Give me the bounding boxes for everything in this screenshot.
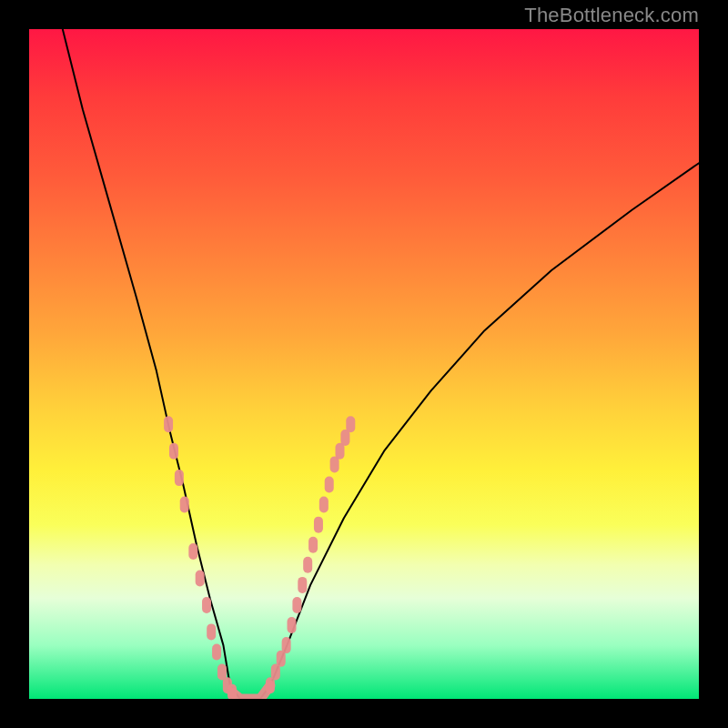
marker-dots-left-dot <box>217 664 227 681</box>
marker-dots-right-dot <box>308 537 318 553</box>
marker-bottom <box>232 685 270 699</box>
marker-dots-right-dot <box>346 416 355 432</box>
marker-dots-right-dot <box>336 443 345 460</box>
marker-dots-left-dot <box>202 597 211 613</box>
marker-dots-right-dot <box>340 430 349 446</box>
marker-dots-right-dot <box>314 517 323 533</box>
marker-dots-right-dot <box>330 456 339 472</box>
marker-dots-right-dot <box>282 637 291 653</box>
marker-dots-left-dot <box>207 623 216 640</box>
chart-frame: TheBottleneck.com <box>0 0 728 728</box>
marker-dots-left-dot <box>188 543 197 560</box>
marker-dots-left-dot <box>196 571 205 587</box>
chart-svg <box>29 29 699 699</box>
marker-dots-right-dot <box>319 497 329 513</box>
marker-dots-left-dot <box>212 643 221 660</box>
bottleneck-curve <box>63 29 699 699</box>
marker-dots-right-dot <box>292 597 301 613</box>
marker-dots-left-dot <box>164 416 173 432</box>
marker-dots-left-dot <box>169 443 178 460</box>
marker-dots-right-dot <box>325 476 334 492</box>
marker-dots-right-dot <box>277 651 286 667</box>
marker-dots-left-dot <box>180 497 189 513</box>
marker-dots-right-dot <box>298 577 307 593</box>
watermark-text: TheBottleneck.com <box>524 4 699 27</box>
marker-dots-right-dot <box>303 557 312 573</box>
marker-dots-right-dot <box>288 617 297 633</box>
marker-dots-left-dot <box>175 470 184 486</box>
marker-dots-right-dot <box>271 664 280 681</box>
plot-area <box>29 29 699 699</box>
